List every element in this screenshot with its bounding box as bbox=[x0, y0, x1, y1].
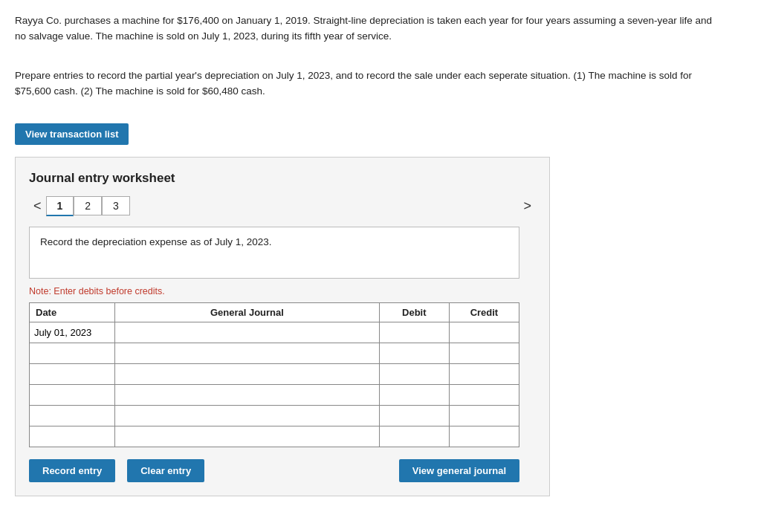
journal-input-1[interactable] bbox=[115, 343, 379, 363]
tab-2[interactable]: 2 bbox=[74, 196, 102, 215]
debit-input-1[interactable] bbox=[380, 343, 449, 363]
tab-1[interactable]: 1 bbox=[46, 196, 74, 216]
view-general-journal-button[interactable]: View general journal bbox=[399, 459, 519, 482]
problem-paragraph2: Prepare entries to record the partial ye… bbox=[15, 68, 721, 100]
credit-input-0[interactable] bbox=[450, 322, 519, 343]
clear-entry-button[interactable]: Clear entry bbox=[127, 459, 204, 482]
date-input-1[interactable] bbox=[30, 343, 114, 363]
debit-input-0[interactable] bbox=[380, 322, 449, 343]
date-input-5[interactable] bbox=[30, 426, 114, 447]
debit-input-5[interactable] bbox=[380, 426, 449, 447]
table-row bbox=[30, 363, 519, 384]
date-input-2[interactable] bbox=[30, 364, 114, 384]
action-row: Record entry Clear entry View general jo… bbox=[29, 459, 519, 482]
debit-input-3[interactable] bbox=[380, 385, 449, 405]
journal-input-0[interactable] bbox=[115, 322, 379, 343]
date-input-3[interactable] bbox=[30, 385, 114, 405]
col-header-journal: General Journal bbox=[115, 302, 380, 322]
tab-navigation: < 1 2 3 > bbox=[29, 196, 536, 216]
problem-paragraph1: Rayya Co. purchases a machine for $176,4… bbox=[15, 13, 721, 45]
journal-input-2[interactable] bbox=[115, 364, 379, 384]
table-row bbox=[30, 426, 519, 447]
instruction-text: Record the depreciation expense as of Ju… bbox=[40, 236, 271, 247]
instruction-box: Record the depreciation expense as of Ju… bbox=[29, 227, 519, 279]
table-row bbox=[30, 343, 519, 363]
credit-input-4[interactable] bbox=[450, 406, 519, 426]
note-text: Note: Enter debits before credits. bbox=[29, 286, 536, 296]
debit-input-4[interactable] bbox=[380, 406, 449, 426]
journal-input-5[interactable] bbox=[115, 426, 379, 447]
journal-table: Date General Journal Debit Credit bbox=[29, 302, 519, 447]
tab-3[interactable]: 3 bbox=[102, 196, 130, 215]
credit-input-3[interactable] bbox=[450, 385, 519, 405]
worksheet-title: Journal entry worksheet bbox=[29, 171, 536, 186]
view-transaction-button[interactable]: View transaction list bbox=[15, 123, 129, 145]
journal-input-4[interactable] bbox=[115, 406, 379, 426]
col-header-debit: Debit bbox=[379, 302, 449, 322]
journal-input-3[interactable] bbox=[115, 385, 379, 405]
date-input-0[interactable] bbox=[30, 322, 114, 343]
table-row bbox=[30, 405, 519, 426]
record-entry-button[interactable]: Record entry bbox=[29, 459, 115, 482]
date-input-4[interactable] bbox=[30, 406, 114, 426]
table-row bbox=[30, 384, 519, 405]
journal-entry-worksheet: Journal entry worksheet < 1 2 3 > Record… bbox=[15, 157, 550, 496]
credit-input-2[interactable] bbox=[450, 364, 519, 384]
credit-input-1[interactable] bbox=[450, 343, 519, 363]
debit-input-2[interactable] bbox=[380, 364, 449, 384]
col-header-date: Date bbox=[30, 302, 115, 322]
prev-tab-button[interactable]: < bbox=[29, 197, 46, 215]
col-header-credit: Credit bbox=[449, 302, 519, 322]
next-tab-button[interactable]: > bbox=[519, 197, 536, 215]
table-row bbox=[30, 322, 519, 343]
credit-input-5[interactable] bbox=[450, 426, 519, 447]
